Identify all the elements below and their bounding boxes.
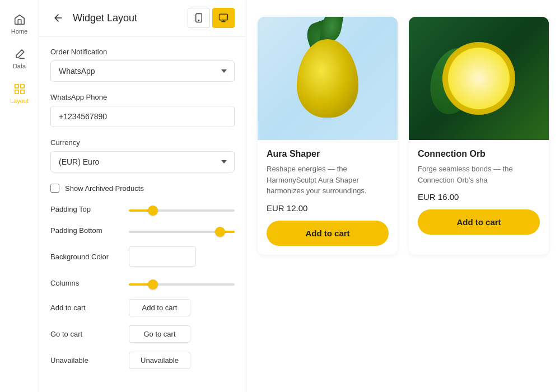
- padding-bottom-slider-wrap: [129, 225, 235, 235]
- background-color-row: Background Color: [50, 246, 235, 267]
- padding-top-slider-wrap: [129, 204, 235, 214]
- lemon-body: [297, 39, 358, 118]
- citrus-illustration: [442, 42, 515, 115]
- unavailable-preview[interactable]: Unavailable: [129, 352, 190, 369]
- product-info-2: Connection Orb Forge seamless bonds — th…: [409, 140, 549, 244]
- product-image-1: [258, 17, 398, 140]
- citrus-body: [442, 42, 515, 115]
- currency-select[interactable]: (EUR) Euro (USD) Dollar (GBP) Pound: [50, 151, 235, 172]
- padding-bottom-row: Padding Bottom: [50, 225, 235, 235]
- currency-label: Currency: [50, 138, 235, 147]
- settings-panel: Widget Layout Order Notification: [39, 0, 246, 392]
- sidebar-item-home[interactable]: Home: [3, 9, 36, 39]
- currency-select-wrapper: (EUR) Euro (USD) Dollar (GBP) Pound: [50, 151, 235, 172]
- product-name-2: Connection Orb: [418, 149, 540, 159]
- product-image-2: [409, 17, 549, 140]
- products-grid: Aura Shaper Reshape energies — the Harmo…: [258, 17, 549, 255]
- go-to-cart-preview[interactable]: Go to cart: [129, 325, 190, 343]
- go-to-cart-row: Go to cart Go to cart: [50, 325, 235, 343]
- padding-top-row: Padding Top: [50, 204, 235, 214]
- product-name-1: Aura Shaper: [267, 149, 389, 159]
- svg-rect-3: [20, 90, 24, 94]
- layout-icon: [13, 83, 26, 95]
- order-notification-label: Order Notification: [50, 48, 235, 56]
- padding-top-label: Padding Top: [50, 205, 129, 213]
- background-color-label: Background Color: [50, 253, 129, 261]
- svg-point-5: [198, 20, 199, 21]
- add-to-cart-label: Add to cart: [50, 304, 129, 312]
- back-arrow-icon: [53, 12, 64, 24]
- product-desc-2: Forge seamless bonds — the Connection Or…: [418, 164, 540, 185]
- product-price-1: EUR 12.00: [267, 203, 389, 213]
- settings-header: Widget Layout: [39, 0, 246, 36]
- unavailable-row: Unavailable Unavailable: [50, 352, 235, 369]
- add-to-cart-button-2[interactable]: Add to cart: [418, 209, 540, 235]
- whatsapp-phone-input[interactable]: [50, 106, 235, 127]
- add-to-cart-preview[interactable]: Add to cart: [129, 299, 190, 316]
- svg-rect-0: [15, 85, 18, 88]
- columns-row: Columns: [50, 278, 235, 288]
- columns-label: Columns: [50, 279, 129, 287]
- desktop-icon: [218, 13, 228, 23]
- data-icon: [13, 48, 26, 60]
- show-archived-checkbox[interactable]: [50, 184, 59, 193]
- lemon-illustration: [297, 39, 358, 118]
- add-to-cart-row: Add to cart Add to cart: [50, 299, 235, 316]
- whatsapp-phone-label: WhatsApp Phone: [50, 93, 235, 101]
- order-notification-field: Order Notification WhatsApp Email SMS: [50, 48, 235, 82]
- mobile-view-button[interactable]: [188, 8, 210, 28]
- product-card-1: Aura Shaper Reshape energies — the Harmo…: [258, 17, 398, 255]
- background-color-input[interactable]: [129, 246, 196, 267]
- product-card-2: Connection Orb Forge seamless bonds — th…: [409, 17, 549, 255]
- svg-rect-1: [20, 85, 24, 88]
- show-archived-label: Show Archived Products: [65, 184, 144, 193]
- desktop-view-button[interactable]: [212, 8, 235, 28]
- padding-bottom-label: Padding Bottom: [50, 226, 129, 235]
- go-to-cart-label: Go to cart: [50, 330, 129, 338]
- currency-field: Currency (EUR) Euro (USD) Dollar (GBP) P…: [50, 138, 235, 172]
- sidebar-item-data[interactable]: Data: [3, 44, 36, 74]
- view-toggle: [188, 8, 235, 28]
- columns-slider[interactable]: [129, 283, 235, 286]
- svg-rect-6: [220, 14, 228, 20]
- sidebar-item-data-label: Data: [13, 63, 26, 69]
- product-price-2: EUR 16.00: [418, 192, 540, 202]
- preview-panel: Aura Shaper Reshape energies — the Harmo…: [246, 0, 560, 392]
- unavailable-label: Unavailable: [50, 356, 129, 365]
- page-title: Widget Layout: [73, 12, 137, 24]
- padding-top-slider[interactable]: [129, 209, 235, 212]
- sidebar: Home Data Layout: [0, 0, 39, 392]
- back-button[interactable]: [50, 10, 66, 26]
- add-to-cart-button-1[interactable]: Add to cart: [267, 221, 389, 246]
- svg-rect-2: [15, 90, 18, 94]
- product-desc-1: Reshape energies — the HarmonySculpt Aur…: [267, 164, 389, 197]
- sidebar-item-home-label: Home: [11, 28, 27, 35]
- settings-body: Order Notification WhatsApp Email SMS Wh…: [39, 36, 246, 392]
- order-notification-select-wrapper: WhatsApp Email SMS: [50, 60, 235, 82]
- citrus-inner: [448, 48, 510, 109]
- show-archived-row: Show Archived Products: [50, 184, 235, 193]
- padding-bottom-slider[interactable]: [129, 231, 235, 233]
- mobile-icon: [194, 13, 204, 23]
- product-info-1: Aura Shaper Reshape energies — the Harmo…: [258, 140, 398, 255]
- whatsapp-phone-field: WhatsApp Phone: [50, 93, 235, 127]
- home-icon: [13, 13, 26, 26]
- sidebar-item-layout[interactable]: Layout: [3, 78, 36, 109]
- sidebar-item-layout-label: Layout: [10, 97, 29, 104]
- columns-slider-wrap: [129, 278, 235, 288]
- order-notification-select[interactable]: WhatsApp Email SMS: [50, 60, 235, 82]
